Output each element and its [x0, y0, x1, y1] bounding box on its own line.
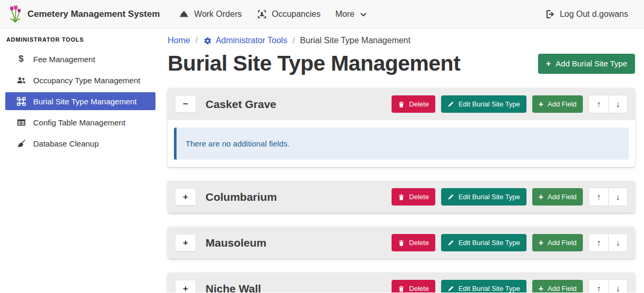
plus-icon: + — [539, 285, 543, 292]
move-down-button[interactable]: ↓ — [608, 95, 627, 113]
move-up-button[interactable]: ↑ — [589, 95, 608, 113]
logout-icon — [544, 9, 555, 19]
breadcrumb-admin-tools-label: Administrator Tools — [216, 36, 287, 45]
edit-burial-site-type-button[interactable]: Edit Burial Site Type — [441, 234, 526, 251]
trash-icon — [398, 285, 405, 292]
add-field-button[interactable]: + Add Field — [532, 188, 583, 206]
edit-burial-site-type-button[interactable]: Edit Burial Site Type — [441, 188, 526, 206]
burial-site-type-card-casket-grave: − Casket Grave Delete — [168, 88, 635, 167]
sidebar-item-label: Fee Management — [33, 55, 95, 64]
reorder-group: ↑ ↓ — [589, 233, 628, 252]
plus-icon: + — [546, 60, 551, 68]
vector-square-icon — [16, 96, 26, 106]
move-up-button[interactable]: ↑ — [589, 188, 608, 206]
move-up-button[interactable]: ↑ — [589, 234, 608, 251]
delete-button[interactable]: Delete — [392, 188, 435, 206]
edit-burial-site-type-button[interactable]: Edit Burial Site Type — [441, 95, 526, 113]
edit-label: Edit Burial Site Type — [458, 100, 520, 108]
occupancies-icon — [257, 9, 267, 19]
sidebar-item-label: Database Cleanup — [33, 139, 99, 148]
sidebar-item-burial-site-type-management[interactable]: Burial Site Type Management — [5, 92, 155, 110]
delete-button[interactable]: Delete — [392, 234, 435, 251]
add-burial-site-type-label: Add Burial Site Type — [555, 59, 627, 68]
add-field-label: Add Field — [548, 193, 577, 201]
sidebar-item-fee-management[interactable]: $ Fee Management — [5, 50, 155, 68]
card-title: Niche Wall — [206, 282, 382, 292]
tulip-logo-icon — [8, 5, 22, 23]
nav-item-label: Occupancies — [272, 9, 321, 19]
add-field-button[interactable]: + Add Field — [532, 280, 583, 292]
collapse-toggle-button[interactable]: + — [175, 280, 196, 292]
card-header: + Niche Wall Delete — [168, 272, 635, 292]
nav-item-label: More — [335, 9, 354, 19]
page-title: Burial Site Type Management — [168, 50, 460, 77]
move-down-button[interactable]: ↓ — [608, 234, 627, 251]
table-icon — [16, 118, 26, 128]
sidebar-item-label: Burial Site Type Management — [33, 97, 137, 106]
pencil-icon — [447, 101, 454, 108]
card-actions: Delete Edit Burial Site Type + — [392, 279, 628, 292]
breadcrumb-admin-tools-link[interactable]: Administrator Tools — [203, 36, 287, 45]
edit-label: Edit Burial Site Type — [458, 193, 520, 201]
card-body: There are no additional fields. — [168, 120, 635, 167]
nav-item-occupancies[interactable]: Occupancies — [249, 5, 328, 24]
plus-icon: + — [539, 239, 543, 247]
users-icon — [16, 75, 26, 85]
add-field-button[interactable]: + Add Field — [532, 95, 583, 113]
add-field-button[interactable]: + Add Field — [532, 234, 583, 251]
breadcrumb-current: Burial Site Type Management — [300, 36, 411, 45]
delete-button[interactable]: Delete — [392, 280, 435, 292]
brand[interactable]: Cemetery Management System — [8, 5, 160, 23]
plus-icon: + — [539, 100, 543, 109]
page-layout: Administrator Tools $ Fee Management Occ… — [0, 29, 644, 292]
logout-button[interactable]: Log Out d.gowans — [537, 5, 636, 24]
trash-icon — [398, 101, 405, 108]
plus-icon: + — [539, 193, 543, 201]
delete-button[interactable]: Delete — [392, 95, 435, 113]
card-title: Mausoleum — [206, 237, 382, 249]
trash-icon — [398, 239, 405, 247]
chevron-down-icon — [359, 11, 367, 18]
no-fields-alert: There are no additional fields. — [174, 128, 629, 160]
sidebar: Administrator Tools $ Fee Management Occ… — [0, 29, 163, 292]
sidebar-item-label: Occupancy Type Management — [33, 76, 140, 85]
breadcrumb-separator: / — [196, 36, 198, 45]
edit-burial-site-type-button[interactable]: Edit Burial Site Type — [441, 280, 526, 292]
nav-item-more[interactable]: More — [328, 5, 374, 23]
sidebar-item-occupancy-type-management[interactable]: Occupancy Type Management — [5, 71, 155, 89]
move-down-button[interactable]: ↓ — [608, 188, 627, 206]
edit-label: Edit Burial Site Type — [458, 239, 520, 247]
hard-hat-icon — [179, 9, 189, 19]
pencil-icon — [447, 193, 454, 200]
card-header: − Casket Grave Delete — [168, 88, 635, 120]
nav-links: Work Orders Occupancies More — [171, 5, 374, 24]
breadcrumb-separator: / — [292, 36, 295, 45]
reorder-group: ↑ ↓ — [589, 95, 628, 113]
burial-site-type-card-mausoleum: + Mausoleum Delete — [168, 227, 635, 259]
logout-label: Log Out d.gowans — [560, 9, 628, 19]
title-row: Burial Site Type Management + Add Burial… — [168, 50, 635, 77]
sidebar-heading: Administrator Tools — [0, 31, 163, 50]
collapse-toggle-button[interactable]: + — [175, 234, 196, 251]
burial-site-type-list: − Casket Grave Delete — [168, 88, 635, 292]
delete-label: Delete — [409, 193, 429, 201]
add-field-label: Add Field — [548, 285, 577, 292]
add-field-label: Add Field — [548, 239, 577, 247]
sidebar-item-database-cleanup[interactable]: Database Cleanup — [5, 134, 155, 152]
collapse-toggle-button[interactable]: + — [175, 188, 196, 206]
burial-site-type-card-niche-wall: + Niche Wall Delete — [168, 272, 635, 292]
trash-icon — [398, 193, 405, 201]
breadcrumb-home-link[interactable]: Home — [168, 36, 190, 45]
collapse-toggle-button[interactable]: − — [175, 95, 196, 113]
pencil-icon — [447, 239, 454, 246]
card-title: Casket Grave — [206, 98, 382, 111]
broom-icon — [16, 139, 26, 149]
add-burial-site-type-button[interactable]: + Add Burial Site Type — [538, 54, 635, 74]
sidebar-item-config-table-management[interactable]: Config Table Management — [5, 113, 155, 131]
top-navbar: Cemetery Management System Work Orders O… — [0, 0, 644, 29]
card-actions: Delete Edit Burial Site Type + — [392, 233, 628, 252]
breadcrumb: Home / Administrator Tools / Burial Site… — [168, 36, 635, 45]
move-up-button[interactable]: ↑ — [589, 280, 608, 292]
nav-item-work-orders[interactable]: Work Orders — [171, 5, 249, 24]
move-down-button[interactable]: ↓ — [608, 280, 627, 292]
